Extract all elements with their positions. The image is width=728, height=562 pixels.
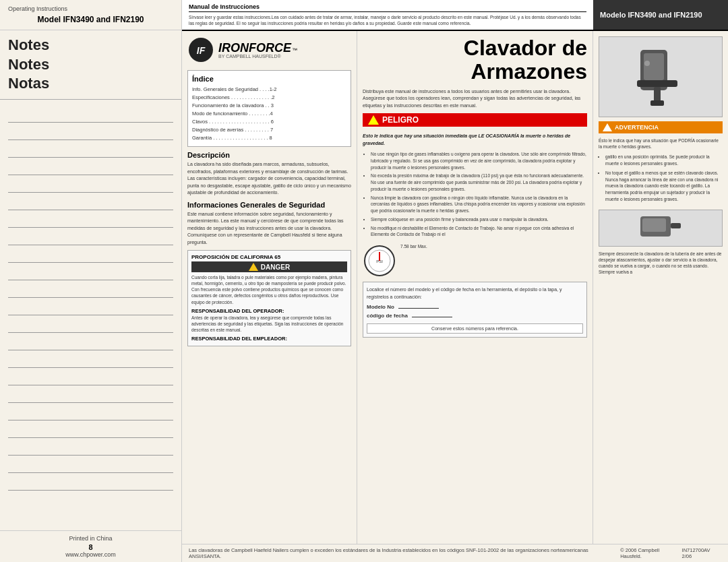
ironforce-logo: IF IRONFORCE ™ BY CAMPBELL HAUSFELD® bbox=[187, 36, 351, 63]
peligro-label: PELIGRO bbox=[382, 115, 419, 125]
notes-lines-area bbox=[0, 100, 181, 530]
info-general-title: Informaciones Generales de Seguridad bbox=[187, 201, 351, 209]
right-header-left: Manual de Instrucciones Sírvase leer y g… bbox=[182, 0, 593, 30]
conserve-box: Conserve estos números para referencia. bbox=[367, 323, 583, 334]
conserve-text: Conserve estos números para referencia. bbox=[431, 326, 518, 331]
nail-gun-image bbox=[599, 36, 723, 117]
main-title-box: Clavador de Armazones bbox=[363, 36, 587, 84]
indice-item: Clavos . . . . . . . . . . . . . . . . .… bbox=[192, 118, 346, 126]
peligro-intro-bold: Esto le indica que hay una situación inm… bbox=[363, 133, 570, 146]
proposicion-title: PROPOSICIÓN DE CALIFORNIA 65 bbox=[191, 254, 347, 260]
left-model-number: Model IFN3490 and IFN2190 bbox=[8, 15, 173, 24]
indice-item: Garantía . . . . . . . . . . . . . . . .… bbox=[192, 134, 346, 142]
info-general-box: Informaciones Generales de Seguridad Est… bbox=[187, 201, 351, 247]
small-tool-image bbox=[599, 210, 723, 247]
notes-line bbox=[8, 403, 173, 420]
notes-line bbox=[8, 193, 173, 210]
peligro-bullet-item: Nunca limpie la clavadora con gasolina o… bbox=[371, 195, 587, 214]
notes-line bbox=[8, 350, 173, 368]
codigo-fecha-label: código de fecha bbox=[367, 313, 408, 319]
ironforce-brand-text: IRONFORCE bbox=[218, 42, 291, 54]
indice-title: Índice bbox=[192, 75, 346, 83]
resp-empleador-title: RESPONSABILIDAD DEL EMPLEADOR: bbox=[191, 336, 347, 342]
website-left: www.chpower.com bbox=[8, 551, 173, 558]
advertencia-label: ADVERTENCIA bbox=[615, 124, 659, 131]
danger-label: DANGER bbox=[261, 263, 290, 271]
advertencia-intro-text: Ésto le indica que hay una situación que… bbox=[599, 138, 719, 149]
notes-line bbox=[8, 473, 173, 491]
left-top-header: Operating Instructions Model IFN3490 and… bbox=[0, 0, 181, 30]
main-title: Clavador de Armazones bbox=[363, 36, 587, 84]
proposicion-text: Cuando corta lija, taladra o pule materi… bbox=[191, 274, 347, 305]
small-tool-svg bbox=[637, 213, 684, 243]
far-right-column: ADVERTENCIA Ésto le indica que hay una s… bbox=[593, 31, 728, 544]
notes-line bbox=[8, 123, 173, 140]
indice-item: Modo de funcionamiento . . . . . . . .4 bbox=[192, 110, 346, 118]
always-text-content: Siempre desconecte la clavadora de la tu… bbox=[599, 251, 721, 274]
notes-line bbox=[8, 368, 173, 385]
advertencia-triangle-icon bbox=[603, 123, 612, 131]
notes-line bbox=[8, 315, 173, 333]
indice-box: Índice Info. Generales de Seguridad . . … bbox=[187, 70, 351, 147]
notes-line bbox=[8, 228, 173, 245]
notes-line bbox=[8, 140, 173, 158]
indice-item: Info. Generales de Seguridad . . . .1-2 bbox=[192, 86, 346, 94]
right-main-content: IF IRONFORCE ™ BY CAMPBELL HAUSFELD® Índ… bbox=[182, 31, 728, 544]
footer-center-text: © 2006 Campbell Hausfeld. bbox=[620, 547, 681, 559]
footer-right-text: IN712700AV 2/06 bbox=[682, 547, 721, 559]
printed-in-label: Printed in China bbox=[8, 535, 173, 542]
notes-line bbox=[8, 456, 173, 473]
modelo-header-label: Modelo IFN3490 and IFN2190 bbox=[600, 11, 702, 19]
peligro-bullet-item: Siempre colóquese en una posición firme … bbox=[371, 216, 587, 223]
ironforce-logo-icon: IF bbox=[187, 36, 214, 63]
peligro-bullet-item: No use ningún tipo de gases inflamables … bbox=[371, 151, 587, 170]
manual-intro-text: Sírvase leer y guardar estas instruccion… bbox=[189, 14, 586, 26]
notes-line bbox=[8, 298, 173, 315]
pressure-label: 7.58 bar Max. bbox=[400, 244, 427, 249]
peligro-triangle-icon bbox=[368, 115, 379, 125]
left-panel: Operating Instructions Model IFN3490 and… bbox=[0, 0, 182, 562]
notes-line bbox=[8, 333, 173, 350]
campbell-byline: BY CAMPBELL HAUSFELD® bbox=[218, 54, 297, 59]
notes-line bbox=[8, 210, 173, 228]
notes-line bbox=[8, 175, 173, 193]
advertencia-intro: Ésto le indica que hay una situación que… bbox=[599, 137, 723, 150]
modelo-ref-box: Localice el número del modelo y el códig… bbox=[363, 282, 587, 338]
always-text: Siempre desconecte la clavadora de la tu… bbox=[599, 251, 723, 275]
footer-left-text: Las clavadoras de Campbell Haefeld Naile… bbox=[189, 547, 620, 559]
peligro-bullet-list: No use ningún tipo de gases inflamables … bbox=[363, 151, 587, 240]
operating-instructions-label: Operating Instructions bbox=[8, 5, 173, 12]
notes-line bbox=[8, 158, 173, 175]
indice-item: Diagnóstico de averías . . . . . . . . .… bbox=[192, 126, 346, 134]
page-number-left: 8 bbox=[8, 543, 173, 551]
indice-item: Especificaciones . . . . . . . . . . . .… bbox=[192, 94, 346, 102]
notes-section: Notes Notes Notas bbox=[0, 30, 181, 100]
trademark-symbol: ™ bbox=[292, 47, 297, 53]
notas-label: Notas bbox=[8, 74, 173, 94]
modelo-ref-label: Modelo No bbox=[367, 303, 583, 312]
descripcion-text: La clavadora ha sido diseñada para marco… bbox=[187, 161, 351, 197]
right-panel: Manual de Instrucciones Sírvase leer y g… bbox=[182, 0, 728, 562]
middle-column: IF IRONFORCE ™ BY CAMPBELL HAUSFELD® Índ… bbox=[182, 31, 357, 544]
pressure-box: PSI 7.58 bar Max. bbox=[363, 244, 587, 278]
peligro-bullet-item: No modifique ni deshabilite el Elemento … bbox=[371, 225, 587, 239]
notes-label-1: Notes bbox=[8, 36, 173, 55]
notes-line bbox=[8, 280, 173, 298]
peligro-intro-text: Esto le indica que hay una situación inm… bbox=[363, 133, 587, 147]
nail-gun-svg bbox=[634, 43, 688, 111]
notes-line bbox=[8, 263, 173, 280]
pressure-gauge-icon: PSI bbox=[363, 244, 396, 278]
left-bottom: Printed in China 8 www.chpower.com bbox=[0, 530, 181, 562]
svg-rect-8 bbox=[637, 80, 677, 87]
svg-rect-13 bbox=[642, 218, 666, 232]
danger-triangle-icon bbox=[249, 263, 258, 271]
codigo-fecha-row: código de fecha bbox=[367, 312, 583, 321]
svg-rect-14 bbox=[671, 223, 681, 228]
svg-rect-10 bbox=[650, 100, 664, 106]
right-footer: Las clavadoras de Campbell Haefeld Naile… bbox=[182, 544, 728, 562]
modelo-no-label: Modelo No bbox=[367, 304, 394, 310]
advertencia-bullet-item: No toque el gatillo a menos que se estén… bbox=[605, 170, 723, 203]
distribuya-text: Distribuya este manual de instrucciones … bbox=[363, 88, 587, 110]
notes-line bbox=[8, 245, 173, 263]
indice-items: Info. Generales de Seguridad . . . .1-2E… bbox=[192, 86, 346, 142]
